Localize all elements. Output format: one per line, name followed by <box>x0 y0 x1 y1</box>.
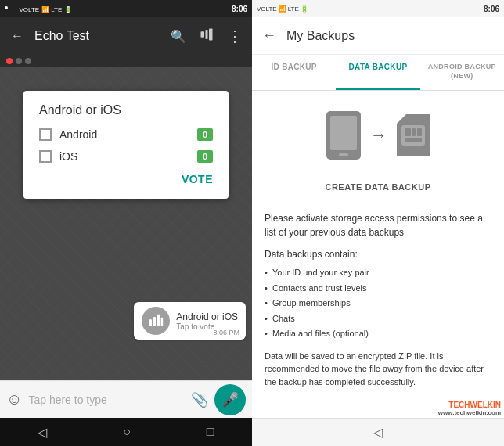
svg-rect-7 <box>161 318 164 326</box>
svg-point-0 <box>5 6 8 9</box>
list-item: Contacts and trust levels <box>265 282 491 295</box>
svg-rect-15 <box>417 128 422 136</box>
bottom-message-bubble[interactable]: Android or iOS Tap to vote 8:06 PM <box>134 302 246 340</box>
svg-rect-4 <box>149 319 152 326</box>
tab-data-backup[interactable]: DATA BACKUP <box>336 55 419 90</box>
dot-1 <box>6 58 13 64</box>
phone-svg <box>325 110 362 161</box>
broadcast-button[interactable] <box>196 25 218 47</box>
page-title: My Backups <box>286 29 355 43</box>
svg-rect-3 <box>209 29 213 41</box>
ios-checkbox[interactable] <box>39 150 52 163</box>
dot-indicators <box>0 55 252 67</box>
back-button-right[interactable]: ← <box>258 25 280 47</box>
top-bar-left: ← Echo Test 🔍 ⋮ <box>0 17 252 55</box>
arrow-icon: → <box>370 125 387 146</box>
more-button[interactable]: ⋮ <box>224 25 246 47</box>
dot-2 <box>16 58 22 64</box>
attach-icon[interactable]: 📎 <box>191 391 208 408</box>
watermark-site: www.techwelkin.com <box>438 409 501 416</box>
android-checkbox[interactable] <box>39 128 52 141</box>
right-panel: VOLTE 📶 LTE 🔋 8:06 ← My Backups ID BACKU… <box>252 0 504 446</box>
recent-nav-left[interactable]: □ <box>207 425 214 439</box>
tab-android-backup[interactable]: ANDROID BACKUP(NEW) <box>420 55 504 90</box>
android-label: Android <box>59 128 189 141</box>
search-button[interactable]: 🔍 <box>167 25 189 47</box>
back-nav-right[interactable]: ◁ <box>373 425 383 440</box>
backup-illustration: → <box>265 110 491 161</box>
search-icon: 🔍 <box>171 29 186 44</box>
home-nav-left[interactable]: ○ <box>123 425 131 439</box>
time-left: 8:06 <box>232 5 247 13</box>
mic-button[interactable]: 🎤 <box>214 384 246 415</box>
back-button-left[interactable]: ← <box>6 25 28 47</box>
svg-rect-14 <box>412 128 416 136</box>
svg-rect-10 <box>339 153 348 156</box>
watermark: TECHWELKIN www.techwelkin.com <box>438 401 501 416</box>
tabs-row: ID BACKUP DATA BACKUP ANDROID BACKUP(NEW… <box>252 55 504 91</box>
broadcast-icon <box>200 27 214 45</box>
svg-rect-1 <box>201 31 205 38</box>
tab-id-backup[interactable]: ID BACKUP <box>252 55 336 90</box>
more-icon: ⋮ <box>227 27 243 45</box>
nav-bar-left: ◁ ○ □ <box>0 418 252 446</box>
list-item: Your ID und your key pair <box>265 266 491 279</box>
list-item: Media and files (optional) <box>265 327 491 340</box>
emoji-icon[interactable]: ☺ <box>6 390 22 408</box>
left-panel: VOLTE 📶 LTE 🔋 8:06 ← Echo Test 🔍 ⋮ <box>0 0 252 446</box>
top-bar-right: ← My Backups <box>252 17 504 55</box>
bubble-time: 8:06 PM <box>213 329 239 336</box>
status-bar-right: VOLTE 📶 LTE 🔋 8:06 <box>252 0 504 17</box>
poll-bubble-icon <box>142 307 170 335</box>
sim-svg <box>395 113 431 158</box>
status-icons-right: VOLTE 📶 LTE 🔋 <box>257 5 308 13</box>
back-icon-right: ← <box>262 27 276 44</box>
permission-text: Please activate storage access permissio… <box>265 211 491 239</box>
vote-button[interactable]: VOTE <box>182 173 213 185</box>
backup-contains-label: Data backups contain: <box>265 249 491 260</box>
back-icon-left: ← <box>11 29 23 43</box>
content-area: → CREATE DATA BACKUP Please activate sto… <box>252 91 504 418</box>
svg-rect-13 <box>405 128 411 136</box>
vote-button-container: VOTE <box>39 172 213 186</box>
input-bar: ☺ Tap here to type 📎 🎤 <box>0 380 252 418</box>
chat-title: Echo Test <box>34 29 161 43</box>
poll-card: Android or iOS Android 0 iOS 0 VOTE <box>23 91 229 199</box>
poll-option-android: Android 0 <box>39 128 213 141</box>
bubble-text-area: Android or iOS Tap to vote <box>176 311 238 331</box>
list-item: Group memberships <box>265 297 491 310</box>
bubble-title: Android or iOS <box>176 311 238 322</box>
poll-title: Android or iOS <box>39 103 213 117</box>
status-icons-left: VOLTE 📶 LTE 🔋 <box>5 4 72 13</box>
svg-rect-16 <box>405 138 422 142</box>
bullet-list: Your ID und your key pair Contacts and t… <box>265 266 491 340</box>
poll-option-ios: iOS 0 <box>39 150 213 163</box>
list-item: Chats <box>265 312 491 326</box>
svg-rect-2 <box>206 30 208 39</box>
status-bar-left: VOLTE 📶 LTE 🔋 8:06 <box>0 0 252 17</box>
create-backup-button[interactable]: CREATE DATA BACKUP <box>265 174 491 200</box>
svg-rect-5 <box>153 317 156 326</box>
ios-count: 0 <box>197 150 213 163</box>
ios-label: iOS <box>59 150 189 163</box>
chat-input[interactable]: Tap here to type <box>28 394 185 406</box>
mic-icon: 🎤 <box>221 391 239 408</box>
footer-text: Data will be saved to an encrypted ZIP f… <box>265 350 491 389</box>
svg-rect-6 <box>157 315 160 326</box>
nav-bar-right: ◁ <box>252 418 504 446</box>
time-right: 8:06 <box>484 5 499 13</box>
watermark-brand: TECHWELKIN <box>438 401 501 409</box>
chat-area: Android or iOS Android 0 iOS 0 VOTE <box>0 67 252 380</box>
android-count: 0 <box>197 128 213 141</box>
dot-3 <box>25 58 31 64</box>
back-nav-left[interactable]: ◁ <box>38 425 47 440</box>
svg-rect-9 <box>330 116 357 150</box>
